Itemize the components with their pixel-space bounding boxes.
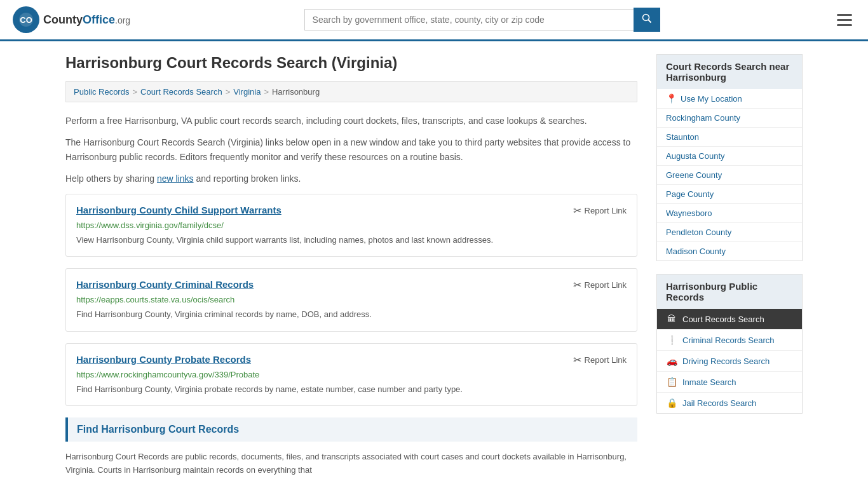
sidebar-nearby-title: Court Records Search near Harrisonburg: [657, 55, 802, 89]
sidebar-item-waynesboro[interactable]: Waynesboro: [657, 204, 802, 223]
menu-bar-1: [837, 14, 852, 16]
criminal-records-link[interactable]: Criminal Records Search: [682, 336, 775, 345]
sidebar-public-jail[interactable]: 🔒 Jail Records Search: [657, 393, 802, 413]
logo-area[interactable]: CO CountyOffice.org: [13, 6, 130, 33]
record-title-3[interactable]: Harrisonburg County Probate Records: [76, 354, 251, 365]
menu-bar-2: [837, 19, 852, 21]
record-desc-3: Find Harrisonburg County, Virginia proba…: [76, 383, 627, 396]
sidebar-public-criminal[interactable]: ❕ Criminal Records Search: [657, 330, 802, 351]
sidebar-public-court-records[interactable]: 🏛 Court Records Search: [657, 309, 802, 330]
menu-button[interactable]: [834, 11, 855, 29]
sidebar-item-greene[interactable]: Greene County: [657, 166, 802, 185]
record-card-2: Harrisonburg County Criminal Records ✂ R…: [65, 268, 637, 332]
record-url-3[interactable]: https://www.rockinghamcountyva.gov/339/P…: [76, 370, 627, 379]
sidebar: Court Records Search near Harrisonburg 📍…: [656, 54, 803, 477]
svg-point-3: [642, 15, 649, 21]
sidebar-item-rockingham[interactable]: Rockingham County: [657, 109, 802, 128]
inmate-search-icon: 📋: [666, 377, 677, 387]
breadcrumb-virginia[interactable]: Virginia: [233, 87, 261, 97]
record-card-header-1: Harrisonburg County Child Support Warran…: [76, 205, 627, 217]
report-icon-3: ✂: [573, 354, 581, 366]
report-icon-2: ✂: [573, 279, 581, 291]
use-location-link[interactable]: Use My Location: [681, 94, 742, 104]
breadcrumb-court-records[interactable]: Court Records Search: [140, 87, 222, 97]
breadcrumb-harrisonburg: Harrisonburg: [272, 87, 320, 97]
sidebar-public-section: Harrisonburg Public Records 🏛 Court Reco…: [656, 274, 803, 414]
record-url-1[interactable]: https://www.dss.virginia.gov/family/dcse…: [76, 220, 627, 230]
logo-text: CountyOffice.org: [43, 13, 130, 27]
description-3: Help others by sharing new links and rep…: [65, 172, 637, 186]
record-card-header-2: Harrisonburg County Criminal Records ✂ R…: [76, 279, 627, 291]
report-link-label-2: Report Link: [585, 280, 627, 290]
sidebar-public-title: Harrisonburg Public Records: [657, 274, 802, 309]
jail-records-link[interactable]: Jail Records Search: [682, 398, 756, 408]
court-records-link[interactable]: Court Records Search: [682, 315, 764, 324]
find-records-title: Find Harrisonburg Court Records: [65, 417, 637, 442]
find-records-content: Harrisonburg Court Records are public re…: [65, 451, 637, 477]
breadcrumb-sep-2: >: [226, 87, 231, 97]
search-input[interactable]: [304, 9, 634, 30]
sidebar-item-page[interactable]: Page County: [657, 185, 802, 204]
record-card-header-3: Harrisonburg County Probate Records ✂ Re…: [76, 354, 627, 366]
breadcrumb-sep-3: >: [264, 87, 269, 97]
record-title-2[interactable]: Harrisonburg County Criminal Records: [76, 279, 254, 290]
sidebar-public-list: 🏛 Court Records Search ❕ Criminal Record…: [657, 309, 802, 413]
location-icon: 📍: [666, 93, 677, 104]
description-1: Perform a free Harrisonburg, VA public c…: [65, 114, 637, 128]
criminal-records-icon: ❕: [666, 335, 677, 345]
report-link-2[interactable]: ✂ Report Link: [573, 279, 627, 291]
court-records-icon: 🏛: [666, 314, 677, 324]
sidebar-item-staunton[interactable]: Staunton: [657, 128, 802, 147]
search-button[interactable]: [634, 8, 660, 32]
search-bar-area: [304, 8, 660, 32]
svg-line-4: [648, 20, 651, 23]
report-link-label-3: Report Link: [585, 355, 627, 365]
record-desc-1: View Harrisonburg County, Virginia child…: [76, 234, 627, 247]
breadcrumb-public-records[interactable]: Public Records: [74, 87, 129, 97]
report-link-label-1: Report Link: [585, 206, 627, 215]
description-2: The Harrisonburg Court Records Search (V…: [65, 135, 637, 164]
record-url-2[interactable]: https://eapps.courts.state.va.us/ocis/se…: [76, 295, 627, 304]
sidebar-use-location[interactable]: 📍 Use My Location: [657, 89, 802, 109]
sidebar-item-madison[interactable]: Madison County: [657, 242, 802, 261]
record-card-1: Harrisonburg County Child Support Warran…: [65, 194, 637, 257]
sidebar-public-driving[interactable]: 🚗 Driving Records Search: [657, 351, 802, 372]
report-icon-1: ✂: [573, 205, 581, 217]
find-records-section: Find Harrisonburg Court Records Harrison…: [65, 417, 637, 477]
report-link-3[interactable]: ✂ Report Link: [573, 354, 627, 366]
jail-records-icon: 🔒: [666, 398, 677, 408]
new-links-link[interactable]: new links: [157, 173, 194, 184]
sidebar-item-pendleton[interactable]: Pendleton County: [657, 223, 802, 242]
breadcrumb-sep-1: >: [132, 87, 137, 97]
report-link-1[interactable]: ✂ Report Link: [573, 205, 627, 217]
record-card-3: Harrisonburg County Probate Records ✂ Re…: [65, 343, 637, 407]
sidebar-public-inmate[interactable]: 📋 Inmate Search: [657, 372, 802, 393]
svg-text:CO: CO: [20, 15, 32, 25]
breadcrumb: Public Records > Court Records Search > …: [65, 81, 637, 102]
inmate-search-link[interactable]: Inmate Search: [682, 377, 736, 387]
page-title: Harrisonburg Court Records Search (Virgi…: [65, 54, 637, 72]
main-container: Harrisonburg Court Records Search (Virgi…: [53, 41, 815, 488]
menu-bar-3: [837, 24, 852, 26]
logo-icon: CO: [13, 6, 39, 33]
driving-records-link[interactable]: Driving Records Search: [682, 356, 770, 366]
record-title-1[interactable]: Harrisonburg County Child Support Warran…: [76, 205, 281, 215]
driving-records-icon: 🚗: [666, 356, 677, 366]
sidebar-item-augusta[interactable]: Augusta County: [657, 147, 802, 166]
content-area: Harrisonburg Court Records Search (Virgi…: [65, 54, 637, 477]
header: CO CountyOffice.org: [0, 0, 868, 41]
record-desc-2: Find Harrisonburg County, Virginia crimi…: [76, 308, 627, 321]
sidebar-nearby-list: 📍 Use My Location Rockingham County Stau…: [657, 89, 802, 261]
sidebar-nearby-section: Court Records Search near Harrisonburg 📍…: [656, 54, 803, 261]
